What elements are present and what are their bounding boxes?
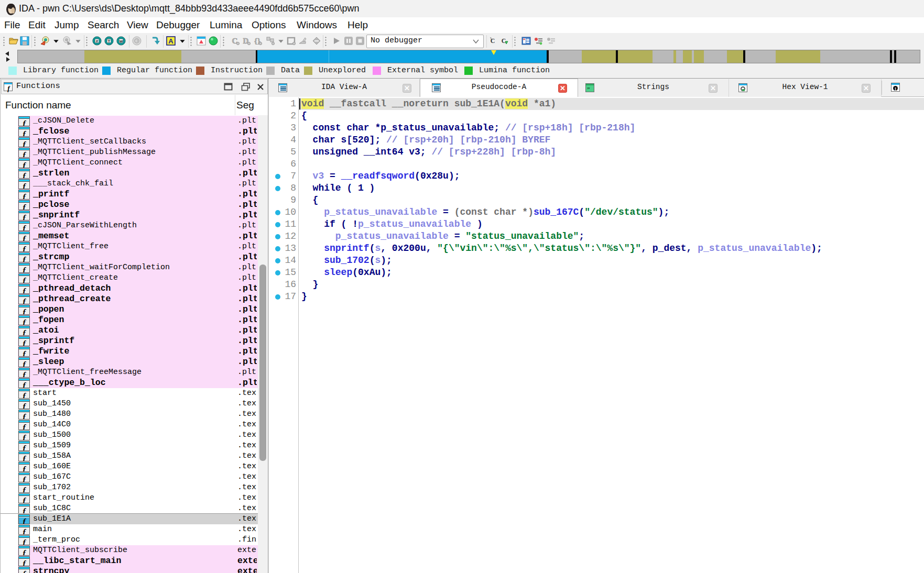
svg-text:T: T [108, 39, 111, 43]
svg-text:w: w [119, 39, 123, 43]
svg-text:A: A [168, 37, 173, 45]
svg-text:C: C [502, 37, 506, 45]
svg-text:#: # [96, 39, 99, 43]
